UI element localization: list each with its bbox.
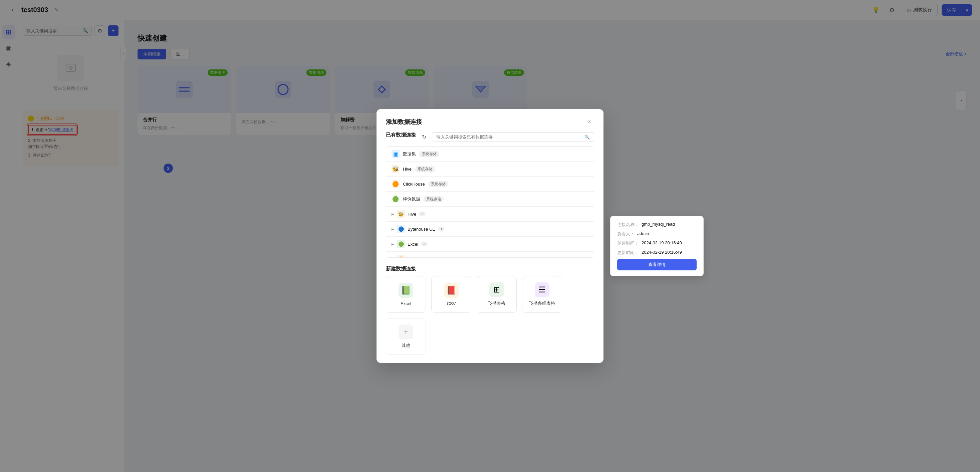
conn-tree-hive: ▶ 🐝 Hive 2 (386, 207, 594, 222)
new-conn-other[interactable]: + 其他 (386, 318, 426, 355)
sample-icon: 🟢 (391, 195, 399, 203)
conn-item-clickhouse[interactable]: 🟠 ClickHouse 系统存储 (386, 176, 594, 192)
tooltip-create-time-row: 创建时间： 2024-02-19 20:16:49 (617, 240, 697, 246)
new-excel-label: Excel (401, 301, 411, 306)
conn-tree-excel-header[interactable]: ▶ 🟢 Excel 2 (386, 237, 594, 251)
new-feishu-table-icon: ⊞ (489, 282, 504, 297)
new-conn-csv[interactable]: 📕 CSV (431, 276, 471, 313)
conn-tag-clickhouse: 系统存储 (428, 181, 448, 187)
hive-count: 2 (419, 211, 426, 216)
tooltip-update-time-value: 2024-02-19 20:16:49 (641, 250, 682, 256)
new-other-label: 其他 (401, 342, 410, 348)
conn-name-excel: Excel (407, 242, 418, 247)
view-detail-button[interactable]: 查看详情 (617, 259, 697, 270)
tooltip-create-time-label: 创建时间： (617, 240, 639, 246)
new-conn-label: 新建数据连接 (386, 266, 594, 272)
conn-tree-csv-header[interactable]: ▶ 🟠 CSV 18 (386, 252, 594, 258)
new-feishu-table-label: 飞书表格 (488, 300, 505, 307)
conn-tree-bytehouse-header[interactable]: ▶ 🔵 Bytehouse CE 1 (386, 222, 594, 236)
new-excel-icon: 📗 (399, 283, 413, 298)
conn-name-sample: 样例数据 (403, 196, 420, 202)
new-feishu-multi-icon: ☰ (535, 282, 549, 297)
refresh-button[interactable]: ↻ (419, 132, 429, 142)
new-conn-feishu-table[interactable]: ⊞ 飞书表格 (477, 276, 517, 313)
conn-search-icon: 🔍 (584, 135, 590, 140)
conn-tag-hive-sys: 系统存储 (415, 166, 435, 172)
tooltip-owner-row: 负责人： admin (617, 231, 697, 237)
new-csv-label: CSV (447, 301, 456, 306)
conn-item-sample[interactable]: 🟢 样例数据 系统存储 (386, 192, 594, 207)
tooltip-conn-name-value: gmp_mysql_read (641, 222, 675, 228)
conn-search-input[interactable] (436, 135, 582, 140)
csv-tree-icon: 🟠 (397, 255, 405, 258)
modal-close-button[interactable]: × (585, 117, 594, 127)
modal-body: 已有数据连接 ↻ 🔍 ▣ 数据集 系统存储 🐝 Hive 系统存储 (377, 132, 603, 363)
new-conn-grid: 📗 Excel 📕 CSV ⊞ 飞书表格 ☰ 飞书多维表格 (386, 276, 594, 355)
conn-tree-hive-header[interactable]: ▶ 🐝 Hive 2 (386, 207, 594, 221)
csv-arrow: ▶ (391, 257, 394, 258)
hive-arrow: ▶ (391, 212, 394, 216)
tooltip-owner-label: 负责人： (617, 231, 635, 237)
add-connection-modal: 添加数据连接 × 已有数据连接 ↻ 🔍 ▣ 数据集 系统存储 (377, 109, 603, 363)
tooltip-conn-name-label: 连接名称： (617, 222, 639, 228)
tooltip-owner-value: admin (637, 231, 649, 237)
conn-tree-csv: ▶ 🟠 CSV 18 (386, 252, 594, 258)
conn-search-box[interactable]: 🔍 (432, 132, 594, 142)
existing-conn-header: 已有数据连接 ↻ 🔍 (386, 132, 594, 142)
conn-name-hive: Hive (407, 211, 416, 217)
excel-count: 2 (421, 242, 428, 246)
excel-tree-icon: 🟢 (397, 240, 405, 248)
conn-tag-sample: 系统存储 (423, 196, 444, 202)
bytehouse-icon: 🔵 (397, 225, 405, 233)
csv-count: 18 (419, 257, 428, 258)
conn-name-csv: CSV (407, 257, 417, 258)
connection-tooltip: 连接名称： gmp_mysql_read 负责人： admin 创建时间： 20… (610, 216, 704, 276)
bytehouse-arrow: ▶ (391, 227, 394, 231)
hive-tree-icon: 🐝 (397, 210, 405, 218)
hive-sys-icon: 🐝 (391, 165, 399, 173)
new-conn-feishu-multi[interactable]: ☰ 飞书多维表格 (522, 276, 562, 313)
tooltip-conn-name-row: 连接名称： gmp_mysql_read (617, 222, 697, 228)
new-csv-icon: 📕 (444, 283, 459, 298)
conn-name-hive-sys: Hive (403, 167, 412, 172)
tooltip-create-time-value: 2024-02-19 20:16:49 (641, 240, 682, 246)
modal-header: 添加数据连接 × (377, 109, 603, 132)
conn-name-bytehouse: Bytehouse CE (407, 227, 435, 232)
conn-name-clickhouse: ClickHouse (403, 181, 425, 187)
modal-title: 添加数据连接 (386, 118, 422, 126)
new-feishu-multi-label: 飞书多维表格 (529, 300, 555, 307)
new-other-icon: + (399, 324, 413, 339)
tooltip-update-time-label: 更新时间： (617, 250, 639, 256)
dataset-icon: ▣ (391, 150, 399, 158)
clickhouse-icon: 🟠 (391, 180, 399, 188)
conn-item-hive-sys[interactable]: 🐝 Hive 系统存储 (386, 162, 594, 176)
conn-tree-excel: ▶ 🟢 Excel 2 (386, 237, 594, 252)
bytehouse-count: 1 (438, 227, 445, 231)
connection-list: ▣ 数据集 系统存储 🐝 Hive 系统存储 🟠 ClickHouse 系统存储… (386, 146, 594, 258)
excel-arrow: ▶ (391, 242, 394, 246)
conn-tag-dataset: 系统存储 (419, 151, 439, 157)
existing-conn-label: 已有数据连接 (386, 132, 416, 138)
new-conn-excel[interactable]: 📗 Excel (386, 276, 426, 313)
conn-tree-bytehouse: ▶ 🔵 Bytehouse CE 1 (386, 222, 594, 237)
tooltip-update-time-row: 更新时间： 2024-02-19 20:16:49 (617, 250, 697, 256)
conn-name-dataset: 数据集 (403, 151, 416, 157)
new-conn-section: 新建数据连接 📗 Excel 📕 CSV ⊞ 飞书表格 (386, 266, 594, 355)
modal-overlay: 添加数据连接 × 已有数据连接 ↻ 🔍 ▣ 数据集 系统存储 (0, 0, 980, 472)
conn-item-dataset[interactable]: ▣ 数据集 系统存储 (386, 146, 594, 162)
